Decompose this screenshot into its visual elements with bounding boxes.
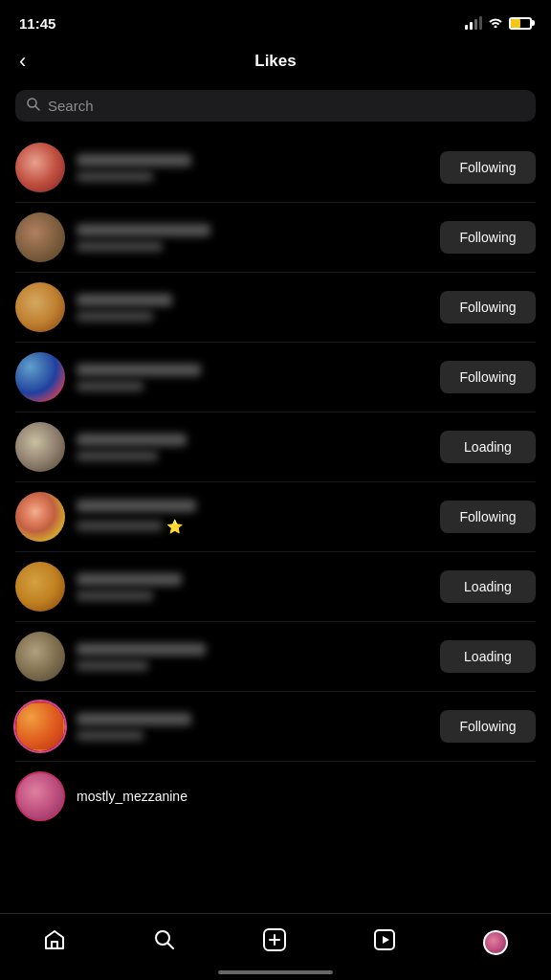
loading-button[interactable]: Loading [440, 431, 536, 463]
nav-reels[interactable] [364, 924, 406, 961]
search-placeholder: Search [48, 98, 94, 114]
user-sub [77, 451, 158, 461]
user-name [77, 643, 206, 656]
wifi-icon [488, 16, 503, 31]
home-icon [43, 928, 66, 957]
profile-avatar [483, 930, 508, 955]
user-sub [77, 590, 153, 601]
nav-search[interactable] [143, 924, 186, 961]
table-row: Following [15, 133, 536, 203]
user-sub [77, 521, 163, 531]
user-sub [77, 730, 143, 741]
nav-profile[interactable] [474, 926, 518, 959]
avatar [15, 562, 65, 612]
svg-marker-9 [383, 936, 389, 944]
status-time: 11:45 [19, 15, 55, 32]
user-sub [77, 241, 163, 252]
table-row: Loading [15, 412, 536, 482]
avatar [15, 492, 65, 542]
home-indicator [218, 970, 333, 974]
user-list: Following Following Following [0, 133, 551, 831]
user-name [77, 154, 191, 167]
status-bar: 11:45 [0, 0, 551, 42]
search-container: Search [0, 82, 551, 133]
table-row: Loading [15, 622, 536, 692]
avatar [15, 771, 65, 821]
svg-line-1 [35, 106, 39, 110]
user-name [77, 500, 196, 512]
back-button[interactable]: ‹ [19, 51, 26, 72]
avatar [15, 143, 65, 192]
avatar [15, 212, 65, 262]
table-row: Following [15, 273, 536, 343]
signal-icon [465, 16, 482, 30]
emoji-badge: ⭐ [166, 519, 183, 534]
following-button[interactable]: Following [440, 291, 536, 323]
avatar [15, 632, 65, 681]
user-name [77, 224, 210, 236]
svg-line-4 [167, 943, 173, 948]
search-icon [27, 98, 40, 114]
loading-button[interactable]: Loading [440, 640, 536, 673]
table-row: Following [15, 343, 536, 412]
svg-rect-2 [52, 942, 57, 948]
user-sub [77, 660, 148, 671]
user-name [77, 713, 191, 725]
status-icons [465, 16, 532, 31]
avatar [15, 702, 65, 751]
user-sub [77, 171, 153, 182]
following-button[interactable]: Following [440, 710, 536, 743]
reels-icon [373, 928, 396, 957]
create-icon [262, 927, 287, 958]
user-name [77, 294, 172, 306]
user-name [77, 573, 182, 586]
user-sub [77, 381, 143, 391]
following-button[interactable]: Following [440, 361, 536, 393]
avatar [15, 422, 65, 472]
following-button[interactable]: Following [440, 151, 536, 184]
search-nav-icon [153, 928, 176, 957]
loading-button[interactable]: Loading [440, 570, 536, 603]
partial-user-name: mostly_mezzanine [77, 789, 187, 804]
table-row-partial: mostly_mezzanine [15, 762, 536, 831]
page-title: Likes [254, 52, 296, 71]
following-button[interactable]: Following [440, 501, 536, 533]
table-row: ⭐ Following [15, 482, 536, 552]
user-name [77, 434, 187, 446]
nav-home[interactable] [33, 924, 76, 961]
search-bar[interactable]: Search [15, 90, 536, 122]
avatar [15, 282, 65, 332]
header: ‹ Likes [0, 42, 551, 82]
nav-create[interactable] [253, 924, 297, 962]
user-sub [77, 311, 153, 322]
following-button[interactable]: Following [440, 221, 536, 254]
table-row: Following [15, 203, 536, 273]
user-name [77, 364, 201, 376]
battery-icon [509, 17, 532, 30]
avatar [15, 352, 65, 402]
table-row: Loading [15, 552, 536, 622]
table-row: Following [15, 692, 536, 762]
